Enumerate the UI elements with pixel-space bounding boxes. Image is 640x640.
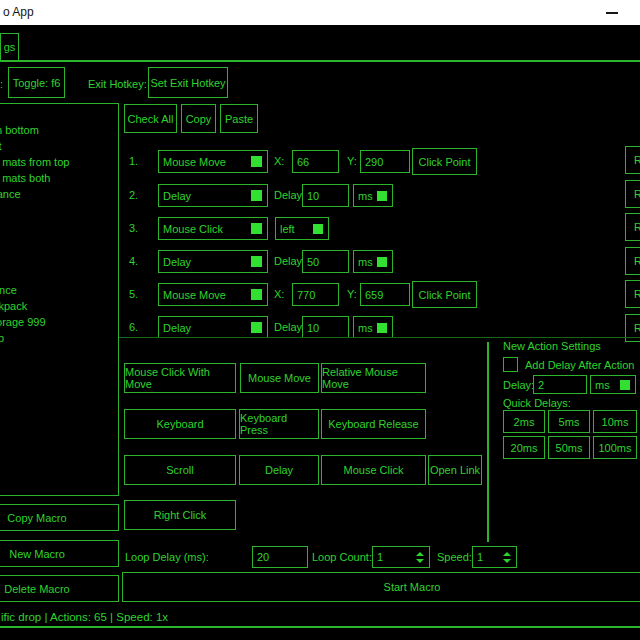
action-type-dropdown[interactable]: Delay [158,316,268,338]
action-row-number: 4. [129,255,138,267]
y-input[interactable]: 659 [360,283,410,306]
dropdown-indicator-icon [377,191,387,201]
right-click-button[interactable]: Right Click [124,500,236,530]
remove-action-button[interactable]: R [625,280,640,308]
action-type-dropdown[interactable]: Delay [158,184,268,207]
action-type-value: Mouse Move [163,156,226,168]
y-input[interactable]: 290 [360,150,410,173]
nas-unit-dropdown[interactable]: ms [590,375,636,394]
tab-settings-label: gs [4,41,16,53]
quick-delay-label: 100ms [598,442,631,454]
quick-delay-100ms-button[interactable]: 100ms [593,436,637,459]
remove-label: R [634,221,640,233]
remove-label: R [634,255,640,267]
relative-mouse-move-button[interactable]: Relative Mouse Move [321,363,426,393]
action-type-dropdown[interactable]: Mouse Move [158,283,268,306]
mouse-move-button[interactable]: Mouse Move [240,363,319,393]
macro-list-item[interactable] [0,234,105,250]
quick-delay-label: 50ms [556,442,583,454]
new-macro-label: New Macro [9,548,65,560]
click-point-button[interactable]: Click Point [412,281,477,308]
minimize-icon[interactable] [606,12,618,14]
quick-delay-10ms-button[interactable]: 10ms [593,410,637,433]
relative-mouse-move-label: Relative Mouse Move [322,366,425,390]
macro-list-item[interactable]: g mats from top [0,154,105,170]
macro-list-item[interactable]: torage 999 [0,314,105,330]
spinner-arrows-icon[interactable] [416,547,424,567]
macro-list-item[interactable]: g mats both [0,170,105,186]
macro-list-item[interactable] [0,106,105,122]
click-point-label: Click Point [419,289,471,301]
macro-list-item[interactable]: m bottom [0,122,105,138]
macro-list-item[interactable]: ance [0,282,105,298]
keyboard-release-button[interactable]: Keyboard Release [321,409,426,439]
action-type-dropdown[interactable]: Mouse Click [158,217,268,240]
mouse-click-button[interactable]: Mouse Click [321,455,426,485]
action-type-dropdown[interactable]: Mouse Move [158,150,268,173]
macro-list-item[interactable] [0,250,105,266]
click-point-button[interactable]: Click Point [412,148,477,175]
tab-settings[interactable]: gs [0,33,19,61]
scroll-button[interactable]: Scroll [124,455,236,485]
remove-action-button[interactable]: R [625,180,640,208]
tabbar-divider [0,60,640,62]
x-label: X: [274,155,284,167]
delay-input[interactable]: 10 [302,316,349,338]
quick-delay-20ms-button[interactable]: 20ms [503,436,545,459]
nas-delay-input[interactable]: 2 [533,375,587,394]
delay-input[interactable]: 10 [302,184,349,207]
quick-delay-label: 20ms [511,442,538,454]
loop-count-spinner[interactable]: 1 [372,546,430,568]
macro-list-item[interactable]: lip [0,330,105,346]
loop-delay-input[interactable]: 20 [252,546,308,568]
set-exit-hotkey-button-label: Set Exit Hotkey [150,77,225,89]
action-type-value: Mouse Move [163,289,226,301]
mouse-button-dropdown[interactable]: left [275,217,329,240]
unit-dropdown[interactable]: ms [353,316,393,338]
copy-button[interactable]: Copy [181,104,216,133]
toggle-hotkey-button[interactable]: Toggle: f6 [8,67,65,98]
x-input[interactable]: 66 [292,150,339,173]
mouse-click-with-move-label: Mouse Click With Move [125,366,235,390]
mouse-click-with-move-button[interactable]: Mouse Click With Move [124,363,236,393]
x-input[interactable]: 770 [292,283,339,306]
window-title: o App [3,5,34,19]
delay-label: Delay [274,189,302,201]
new-macro-button[interactable]: New Macro [0,540,119,567]
remove-action-button[interactable]: R [625,247,640,275]
remove-action-button[interactable]: R [625,146,640,174]
delay-input[interactable]: 50 [302,250,349,273]
quick-delay-2ms-button[interactable]: 2ms [503,410,545,433]
quick-delay-50ms-button[interactable]: 50ms [548,436,590,459]
copy-macro-button[interactable]: Copy Macro [0,504,119,531]
action-row-number: 1. [129,155,138,167]
open-link-button[interactable]: Open Link [428,455,482,485]
quick-delay-5ms-button[interactable]: 5ms [548,410,590,433]
delete-macro-button[interactable]: Delete Macro [0,575,119,602]
keyboard-press-button[interactable]: Keyboard Press [239,409,319,439]
macro-list[interactable]: m bottom st g mats from top g mats both … [0,103,119,496]
delay-label: Delay [274,321,302,333]
set-exit-hotkey-button[interactable]: Set Exit Hotkey [148,67,228,98]
speed-spinner[interactable]: 1 [472,546,517,568]
macro-list-item[interactable]: s [0,266,105,282]
action-type-dropdown[interactable]: Delay [158,250,268,273]
macro-list-item[interactable]: st [0,138,105,154]
start-macro-button[interactable]: Start Macro [122,572,640,602]
remove-action-button[interactable]: R [625,213,640,241]
speed-label: Speed: [437,551,472,563]
macro-list-item[interactable] [0,218,105,234]
remove-label: R [634,288,640,300]
delay-button[interactable]: Delay [239,455,319,485]
keyboard-button[interactable]: Keyboard [124,409,236,439]
check-all-button[interactable]: Check All [124,104,177,133]
add-delay-checkbox[interactable] [503,357,518,372]
unit-dropdown[interactable]: ms [353,250,393,273]
macro-list-item[interactable]: rance [0,186,105,202]
macro-list-item[interactable] [0,202,105,218]
spinner-arrows-icon[interactable] [503,547,511,567]
unit-dropdown[interactable]: ms [353,184,393,207]
macro-list-item[interactable]: ckpack [0,298,105,314]
title-bar: o App [0,0,640,25]
paste-button[interactable]: Paste [220,104,258,133]
